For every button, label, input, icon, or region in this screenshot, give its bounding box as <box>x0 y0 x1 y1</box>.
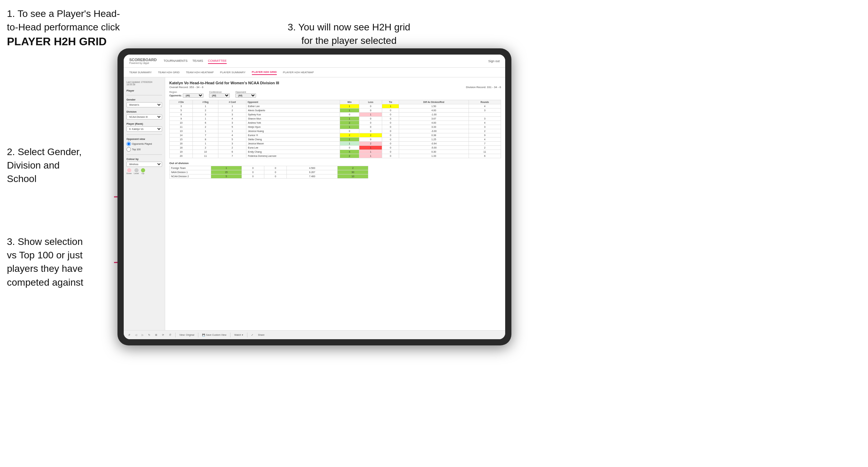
table-row: 20 11 7 Federica Domenq Lacroze 2 1 0 1.… <box>170 154 501 158</box>
subnav-team-summary[interactable]: TEAM SUMMARY <box>129 70 152 75</box>
nav-links: TOURNAMENTS TEAMS COMMITTEE <box>163 58 488 64</box>
conference-filter-select[interactable]: (All) <box>209 93 230 98</box>
bottom-toolbar: ↺ ◁ ▷ ↻ ⊞ ⟳ ⏱ View: Original 💾 Save Cust… <box>124 330 505 339</box>
toolbar-share[interactable]: Share <box>257 333 266 336</box>
legend-level: Level <box>134 168 139 174</box>
sidebar-gender-select[interactable]: Women's <box>126 102 162 107</box>
conference-filter-group: Conference (All) <box>209 91 230 98</box>
sidebar-timestamp: Last Updated: 27/03/2024 16:55:38 <box>126 81 162 86</box>
table-row: 5 2 2 Alexis Sudjianto 1 0 0 4.00 3 <box>170 108 501 113</box>
toolbar-watch[interactable]: Watch ▾ <box>233 333 244 337</box>
radio-opponents-played[interactable]: Opponents Played <box>126 142 162 146</box>
radio-top100[interactable]: Top 100 <box>126 147 162 152</box>
toolbar-share-icon[interactable]: ⤢ <box>250 333 254 337</box>
toolbar-sep2 <box>198 333 198 337</box>
sidebar-radio-group: Opponents Played Top 100 <box>126 142 162 152</box>
sidebar: Last Updated: 27/03/2024 16:55:38 Player… <box>124 77 165 330</box>
instruction-top-left: 1. To see a Player's Head- to-Head perfo… <box>7 7 124 49</box>
overall-record-label: Overall Record: 353 - 34 - 6 <box>169 86 204 89</box>
table-row: 9 1 4 Sharon Mun 1 0 0 3.67 3 <box>170 117 501 121</box>
subnav-player-h2h-grid[interactable]: PLAYER H2H GRID <box>252 70 277 75</box>
toolbar-undo[interactable]: ↺ <box>127 333 131 337</box>
right-panel: Katelyn Vo Head-to-Head Grid for Women's… <box>165 77 505 330</box>
sidebar-division-section: Division NCAA Division III <box>126 110 162 120</box>
sidebar-colour-select[interactable]: Win/loss <box>126 162 162 167</box>
nav-logo-sub: Powered by clippd <box>129 62 157 65</box>
table-row: 16 1 3 Jessica Mason 1 2 0 -0.94 7 <box>170 142 501 146</box>
legend-level-swatch <box>134 168 139 172</box>
sidebar-player-section: Player Gender Women's <box>126 89 162 107</box>
table-row: 11 2 5 Heejo Hyun 1 0 0 3.33 3 <box>170 125 501 129</box>
col-tie: Tie <box>382 100 399 104</box>
toolbar-save-custom[interactable]: 💾 Save Custom View <box>201 333 227 337</box>
table-row: 13 1 1 Jessica Huang 0 0 0 -3.00 2 <box>170 129 501 133</box>
toolbar-step-forward[interactable]: ▷ <box>141 333 144 337</box>
toolbar-view-original[interactable]: View: Original <box>178 333 195 336</box>
col-conf: # Conf <box>218 100 246 104</box>
nav-tournaments[interactable]: TOURNAMENTS <box>163 58 187 64</box>
legend-down-swatch <box>127 168 131 172</box>
table-row: 18 2 2 Euna Lee 0 1 0 -5.00 2 <box>170 146 501 150</box>
sidebar-player-rank-label: Player (Rank) <box>126 122 162 125</box>
panel-title: Katelyn Vo Head-to-Head Grid for Women's… <box>169 81 501 85</box>
sidebar-opponent-view-label: Opponent view <box>126 137 162 141</box>
table-row: 6 3 3 Sydney Kuo 0 1 0 -1.00 <box>170 113 501 117</box>
sidebar-player-rank-section: Player (Rank) 8. Katelyn Vo <box>126 122 162 132</box>
table-row: 15 8 5 Stella Cheng 1 0 0 1.25 4 <box>170 137 501 142</box>
h2h-data-table: # Div # Reg # Conf Opponent Win Loss Tie… <box>169 100 501 158</box>
main-content: Last Updated: 27/03/2024 16:55:38 Player… <box>124 77 505 330</box>
toolbar-step-back[interactable]: ◁ <box>134 333 138 337</box>
nav-teams[interactable]: TEAMS <box>192 58 203 64</box>
toolbar-sep1 <box>175 333 176 337</box>
toolbar-clock[interactable]: ⏱ <box>168 333 172 336</box>
opponent-filter-group: Opponent (All) <box>235 91 256 98</box>
instruction-top-right: 3. You will now see H2H grid for the pla… <box>263 7 435 48</box>
opponent-filter-select[interactable]: (All) <box>235 93 256 98</box>
subnav-player-h2h-heatmap[interactable]: PLAYER H2H HEATMAP <box>283 70 314 75</box>
toolbar-sep4 <box>247 333 247 337</box>
ood-table-row: Foreign Team 1 0 0 4.500 2 <box>170 166 368 170</box>
subnav-player-summary[interactable]: PLAYER SUMMARY <box>220 70 246 75</box>
region-filter-select[interactable]: (All) <box>183 93 204 98</box>
panel-record-row: Overall Record: 353 - 34 - 6 Division Re… <box>169 86 501 89</box>
out-of-division-table: Foreign Team 1 0 0 4.500 2 NAIA Division… <box>169 166 368 179</box>
col-opponent: Opponent <box>246 100 340 104</box>
col-loss: Loss <box>359 100 382 104</box>
subnav-team-h2h-grid[interactable]: TEAM H2H GRID <box>158 70 180 75</box>
opponents-label: Opponents: <box>169 94 182 97</box>
col-win: Win <box>340 100 359 104</box>
toolbar-redo[interactable]: ↻ <box>147 333 151 337</box>
table-row: 19 10 6 Emily Chang 4 1 0 0.30 11 <box>170 150 501 154</box>
sidebar-gender-label: Gender <box>126 98 162 101</box>
nav-committee[interactable]: COMMITTEE <box>208 58 227 64</box>
conference-label: Conference <box>209 91 230 93</box>
ood-table-row: NAIA Division 1 15 0 0 9.267 30 <box>170 170 368 174</box>
col-diff: Diff Av Strokes/Rnd <box>399 100 469 104</box>
sidebar-player-rank-select[interactable]: 8. Katelyn Vo <box>126 126 162 132</box>
tablet-screen: SCOREBOARD Powered by clippd TOURNAMENTS… <box>124 55 505 339</box>
sidebar-colour-section: Colour by Win/loss Down Level <box>126 158 162 174</box>
table-row: 3 1 1 Esther Lee 1 0 1 1.50 4 <box>170 104 501 108</box>
nav-sign-out[interactable]: Sign out <box>488 59 500 63</box>
instruction-bottom-left: 3. Show selection vs Top 100 or just pla… <box>7 235 114 289</box>
sidebar-division-select[interactable]: NCAA Division III <box>126 114 162 120</box>
region-label: Region <box>169 91 204 93</box>
toolbar-extra[interactable]: ⊞ <box>154 333 158 337</box>
toolbar-extra2[interactable]: ⟳ <box>161 333 165 337</box>
col-reg: # Reg <box>193 100 218 104</box>
nav-bar: SCOREBOARD Powered by clippd TOURNAMENTS… <box>124 55 505 68</box>
sidebar-player-label: Player <box>126 89 162 92</box>
legend-up-swatch <box>141 168 145 172</box>
subnav-team-h2h-heatmap[interactable]: TEAM H2H HEATMAP <box>186 70 214 75</box>
out-of-division-label: Out of division <box>169 162 501 165</box>
table-row: 10 6 3 Andrea York 2 0 0 4.00 4 <box>170 121 501 125</box>
sidebar-colour-label: Colour by <box>126 158 162 161</box>
nav-logo-text: SCOREBOARD <box>129 58 157 62</box>
table-row: 14 7 4 Eunice Yi 2 2 0 0.38 9 <box>170 133 501 137</box>
nav-logo: SCOREBOARD Powered by clippd <box>129 58 157 65</box>
sub-nav: TEAM SUMMARY TEAM H2H GRID TEAM H2H HEAT… <box>124 68 505 77</box>
division-record-label: Division Record: 331 - 34 - 6 <box>466 86 501 89</box>
ood-table-row: NCAA Division 2 5 0 0 7.400 10 <box>170 174 368 179</box>
instruction-mid-left: 2. Select Gender, Division and School <box>7 145 111 186</box>
region-filter-group: Region Opponents: (All) <box>169 91 204 98</box>
